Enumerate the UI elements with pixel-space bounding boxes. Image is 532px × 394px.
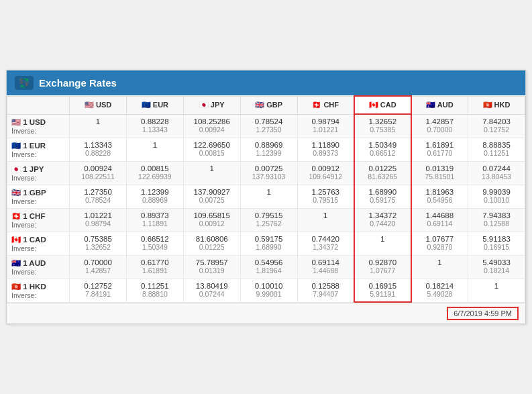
- cell-inverse: 0.70000: [416, 126, 464, 134]
- cell-jpy-cad: 0.0122581.63265: [354, 161, 411, 185]
- cell-value: 1.81963: [416, 188, 464, 196]
- flag-icon: 🇬🇧: [255, 101, 264, 109]
- header-col-eur: 🇪🇺 EUR: [126, 96, 183, 114]
- currency-cell-jpy: 🇯🇵 1 JPYInverse:: [7, 161, 70, 185]
- cell-inverse: 1.01221: [302, 126, 350, 134]
- cell-inverse: 75.81501: [416, 173, 464, 181]
- currency-cell-eur: 🇪🇺 1 EURInverse:: [7, 138, 70, 161]
- cell-value: 75.78957: [188, 258, 236, 266]
- cell-hkd-aud: 0.182145.49028: [411, 279, 468, 302]
- inverse-label: Inverse:: [11, 174, 36, 182]
- cell-inverse: 1.13343: [131, 126, 179, 134]
- cell-inverse: 0.00912: [188, 219, 236, 228]
- cell-hkd-eur: 0.112518.88810: [126, 279, 183, 302]
- cell-inverse: 0.00815: [188, 149, 236, 157]
- table-row: 🇦🇺 1 AUDInverse:0.700001.428570.617701.6…: [7, 255, 525, 279]
- table-row: 🇭🇰 1 HKDInverse:0.127527.841910.112518.8…: [7, 279, 525, 302]
- cell-jpy-eur: 0.00815122.69939: [126, 161, 183, 185]
- cell-value: 81.60806: [188, 235, 236, 243]
- cell-value: 1: [472, 282, 521, 290]
- inverse-label: Inverse:: [11, 291, 36, 299]
- cell-value: 9.99039: [472, 188, 521, 196]
- cell-inverse: 1.50349: [131, 243, 179, 251]
- cell-value: 1.25763: [302, 188, 350, 196]
- cell-value: 0.01225: [359, 164, 407, 173]
- table-row: 🇨🇦 1 CADInverse:0.753851.326520.665121.5…: [7, 232, 525, 255]
- cell-inverse: 108.22511: [74, 173, 122, 181]
- widget-title: Exchange Rates: [39, 77, 117, 89]
- header-currency: [7, 96, 70, 114]
- cell-inverse: 0.10010: [472, 196, 521, 204]
- cell-inverse: 0.11251: [472, 149, 521, 157]
- cell-value: 0.98794: [302, 117, 350, 126]
- inverse-label: Inverse:: [11, 268, 36, 276]
- cell-cad-eur: 0.665121.50349: [126, 232, 183, 255]
- header-col-cad: 🇨🇦 CAD: [354, 96, 411, 114]
- cell-cad-hkd: 5.911830.16915: [468, 232, 525, 255]
- header-col-aud: 🇦🇺 AUD: [411, 96, 468, 114]
- cell-inverse: 0.79515: [302, 196, 350, 204]
- cell-inverse: 0.69114: [416, 219, 464, 228]
- cell-inverse: 0.61770: [416, 149, 464, 157]
- cell-value: 5.49033: [472, 258, 521, 266]
- cell-value: 0.00912: [302, 164, 350, 173]
- cell-inverse: 1.25762: [245, 219, 293, 228]
- table-body: 🇺🇸 1 USDInverse:10.882281.13343108.25286…: [7, 114, 525, 302]
- currency-flag: 🇯🇵: [11, 165, 21, 173]
- cell-value: 0.88969: [245, 141, 293, 149]
- currency-cell-aud: 🇦🇺 1 AUDInverse:: [7, 255, 70, 279]
- cell-usd-jpy: 108.252860.00924: [183, 114, 240, 138]
- cell-hkd-chf: 0.125887.94407: [297, 279, 354, 302]
- cell-inverse: 0.66512: [359, 149, 407, 157]
- cell-value: 109.65815: [188, 211, 236, 219]
- cell-eur-eur: 1: [126, 138, 183, 161]
- cell-value: 1.12399: [131, 188, 179, 196]
- exchange-table: 🇺🇸 USD🇪🇺 EUR🇯🇵 JPY🇬🇧 GBP🇨🇭 CHF🇨🇦 CAD🇦🇺 A…: [7, 95, 525, 303]
- header-col-jpy: 🇯🇵 JPY: [183, 96, 240, 114]
- cell-chf-jpy: 109.658150.00912: [183, 208, 240, 232]
- cell-cad-cad: 1: [354, 232, 411, 255]
- cell-inverse: 0.12588: [472, 219, 521, 228]
- cell-aud-chf: 0.691141.44688: [297, 255, 354, 279]
- cell-eur-aud: 1.618910.61770: [411, 138, 468, 161]
- currency-cell-chf: 🇨🇭 1 CHFInverse:: [7, 208, 70, 232]
- cell-aud-jpy: 75.789570.01319: [183, 255, 240, 279]
- cell-chf-usd: 1.012210.98794: [70, 208, 127, 232]
- header-col-gbp: 🇬🇧 GBP: [240, 96, 297, 114]
- currency-flag: 🇪🇺: [11, 142, 21, 150]
- cell-chf-eur: 0.893731.11891: [126, 208, 183, 232]
- inverse-label: Inverse:: [11, 127, 36, 135]
- cell-jpy-jpy: 1: [183, 161, 240, 185]
- cell-inverse: 8.88810: [131, 290, 179, 298]
- cell-value: 0.16915: [359, 282, 407, 290]
- currency-flag: 🇭🇰: [11, 283, 21, 291]
- cell-inverse: 0.92870: [416, 243, 464, 251]
- cell-value: 7.94383: [472, 211, 521, 219]
- cell-inverse: 0.07244: [188, 290, 236, 298]
- cell-value: 0.12752: [74, 282, 122, 290]
- cell-gbp-gbp: 1: [240, 185, 297, 208]
- cell-value: 0.89373: [131, 211, 179, 219]
- cell-value: 0.00815: [131, 164, 179, 173]
- currency-cell-usd: 🇺🇸 1 USDInverse:: [7, 114, 70, 138]
- cell-value: 0.61770: [131, 258, 179, 266]
- cell-inverse: 0.98794: [74, 219, 122, 228]
- header-col-chf: 🇨🇭 CHF: [297, 96, 354, 114]
- cell-inverse: 7.84191: [74, 290, 122, 298]
- cell-cad-aud: 1.076770.92870: [411, 232, 468, 255]
- inverse-label: Inverse:: [11, 244, 36, 252]
- cell-hkd-jpy: 13.804190.07244: [183, 279, 240, 302]
- table-row: 🇯🇵 1 JPYInverse:0.00924108.225110.008151…: [7, 161, 525, 185]
- cell-value: 0.00924: [74, 164, 122, 173]
- cell-value: 1: [188, 164, 236, 173]
- cell-hkd-cad: 0.169155.91191: [354, 279, 411, 302]
- cell-aud-hkd: 5.490330.18214: [468, 255, 525, 279]
- cell-value: 1: [131, 141, 179, 149]
- cell-inverse: 13.80453: [472, 173, 521, 181]
- cell-inverse: 1.11891: [131, 219, 179, 228]
- cell-inverse: 1.68990: [245, 243, 293, 251]
- inverse-label: Inverse:: [11, 150, 36, 158]
- cell-value: 122.69650: [188, 141, 236, 149]
- currency-flag: 🇺🇸: [11, 118, 21, 126]
- cell-gbp-chf: 1.257630.79515: [297, 185, 354, 208]
